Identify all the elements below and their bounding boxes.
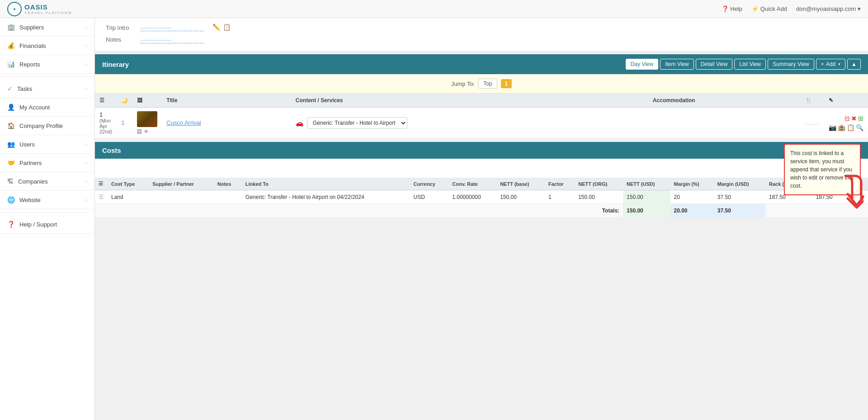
- logo-name: OASIS: [24, 3, 48, 11]
- sidebar-label-my-account: My Account: [19, 104, 50, 111]
- car-icon: 🚗: [296, 119, 303, 127]
- supplier-cell: [149, 190, 214, 204]
- margin-pct-cell: 20: [670, 190, 714, 204]
- my-account-icon: 👤: [7, 104, 15, 111]
- sidebar-item-tasks[interactable]: ✓ Tasks ›: [0, 80, 94, 98]
- col-margin-pct: Margin (%): [670, 178, 714, 190]
- remove-icon[interactable]: ✖: [851, 115, 857, 122]
- col-conv-rate: Conv. Rate: [448, 178, 496, 190]
- chevron-icon: ›: [85, 197, 87, 203]
- totals-nett-usd: 150.00: [623, 204, 670, 218]
- totals-label: Totals:: [602, 208, 619, 214]
- transfer-select[interactable]: Generic: Transfer - Hotel to Airport: [307, 117, 407, 129]
- help-support-icon: ❓: [7, 221, 15, 228]
- sidebar-item-company-profile[interactable]: 🏠 Company Profile: [0, 117, 94, 135]
- col-margin-usd: Margin (USD): [714, 178, 765, 190]
- col-food: 🍴: [801, 94, 824, 108]
- totals-margin-pct-value: 20.00: [674, 208, 688, 214]
- hotel-icon[interactable]: 🏨: [838, 124, 845, 131]
- col-nett-org: NETT (ORG): [575, 178, 623, 190]
- photo-icon[interactable]: 📷: [829, 124, 836, 131]
- notes-cell: [214, 190, 242, 204]
- reports-icon: 📊: [7, 61, 15, 68]
- notes-row: Notes .....................: [106, 36, 857, 43]
- list-icon[interactable]: 📋: [847, 124, 854, 131]
- sidebar-item-my-account[interactable]: 👤 My Account: [0, 98, 94, 117]
- accommodation-cell: [648, 108, 801, 138]
- col-night: 🌙: [117, 94, 132, 108]
- day-thumbnail: [137, 111, 157, 127]
- sidebar-label-website: Website: [19, 197, 41, 203]
- tab-list-view[interactable]: List View: [734, 59, 766, 70]
- logo-text-block: OASIS TRAVEL PLATFORM: [24, 3, 72, 15]
- cost-type-cell: Land: [108, 190, 149, 204]
- col-nett-usd: NETT (USD): [623, 178, 670, 190]
- partners-icon: 🤝: [7, 159, 15, 166]
- linked-to-cell: Generic: Transfer - Hotel to Airport on …: [242, 190, 410, 204]
- sidebar-divider: [0, 76, 94, 77]
- company-profile-icon: 🏠: [7, 122, 15, 129]
- sidebar-item-suppliers[interactable]: 🏢 Suppliers ›: [0, 18, 94, 37]
- user-email: don@myoasisapp.com: [796, 5, 856, 12]
- conv-rate-cell: 1.00000000: [448, 190, 496, 204]
- sidebar-item-users[interactable]: 👥 Users ›: [0, 135, 94, 154]
- delete-icon[interactable]: ⊟: [844, 115, 850, 122]
- sidebar-label-reports: Reports: [19, 61, 40, 68]
- day-date: (Mon Apr 22nd): [99, 118, 112, 134]
- thumbnail-cell: 🖼 👁: [132, 108, 162, 138]
- sidebar-label-suppliers: Suppliers: [19, 24, 44, 31]
- col-content-services: Content / Services: [291, 94, 648, 108]
- logo-subtitle: TRAVEL PLATFORM: [24, 11, 72, 15]
- itinerary-collapse-button[interactable]: ▲: [847, 59, 861, 70]
- itinerary-add-button[interactable]: + Add ▾: [816, 59, 845, 70]
- col-linked-to: Linked To: [242, 178, 410, 190]
- totals-label-cell: Totals:: [95, 204, 623, 218]
- itinerary-header: Itinerary Day View Item View Detail View…: [95, 54, 868, 74]
- moon-icon: 🌙: [121, 97, 128, 104]
- tab-item-view[interactable]: Item View: [660, 59, 693, 70]
- help-link[interactable]: ❓ Help: [722, 5, 742, 12]
- sidebar-item-help-support[interactable]: ❓ Help / Support: [0, 215, 94, 234]
- jump-top-button[interactable]: Top: [478, 79, 497, 89]
- sidebar-label-financials: Financials: [19, 42, 46, 49]
- sidebar-item-companies[interactable]: 🏗 Companies ›: [0, 172, 94, 191]
- topbar: ● OASIS TRAVEL PLATFORM ❓ Help ⚡ Quick A…: [0, 0, 868, 18]
- costs-button-row: History ▾ Add ▾: [95, 159, 868, 178]
- sidebar-item-reports[interactable]: 📊 Reports ›: [0, 55, 94, 74]
- trip-intro-value: .....................: [140, 24, 203, 31]
- col-nett-base: NETT (base): [496, 178, 545, 190]
- jump-page-1-button[interactable]: 1: [501, 79, 512, 88]
- row-actions-cell: ⊟ ✖ ⊞ 📷 🏨 📋 🔍: [824, 108, 868, 138]
- tab-summary-view[interactable]: Summary View: [768, 59, 814, 70]
- drag-handle-icon[interactable]: ☰: [99, 193, 104, 200]
- add-label: Add: [826, 61, 835, 67]
- quick-add-link[interactable]: ⚡ Quick Add: [751, 5, 787, 12]
- list-icon: ☰: [99, 97, 104, 104]
- day-title-link[interactable]: Cusco Arrival: [166, 119, 201, 126]
- search-icon[interactable]: 🔍: [856, 124, 863, 131]
- col-notes: Notes: [214, 178, 242, 190]
- sidebar-item-website[interactable]: 🌐 Website ›: [0, 191, 94, 209]
- chevron-icon: ›: [85, 61, 87, 67]
- col-title: Title: [162, 94, 291, 108]
- row-action-icons: ⊟ ✖ ⊞ 📷 🏨 📋 🔍: [829, 115, 863, 131]
- sidebar-label-tasks: Tasks: [17, 85, 32, 92]
- red-arrow-svg: [827, 174, 863, 210]
- dots-link[interactable]: ......: [805, 120, 820, 126]
- topbar-right: ❓ Help ⚡ Quick Add don@myoasisapp.com ▾: [722, 5, 861, 12]
- sidebar-item-partners[interactable]: 🤝 Partners ›: [0, 154, 94, 172]
- tab-detail-view[interactable]: Detail View: [696, 59, 733, 70]
- day-link[interactable]: 1: [121, 119, 124, 126]
- user-menu[interactable]: don@myoasisapp.com ▾: [796, 5, 861, 12]
- sidebar-item-financials[interactable]: 💰 Financials ›: [0, 37, 94, 55]
- financials-icon: 💰: [7, 42, 15, 49]
- help-label: Help: [730, 5, 742, 12]
- edit-icon[interactable]: ✏️: [212, 24, 220, 31]
- day-link-cell: 1: [117, 108, 132, 138]
- col-image: 🖼: [132, 94, 162, 108]
- image-add-icon[interactable]: 🖼: [137, 129, 142, 134]
- copy-icon[interactable]: 📋: [223, 24, 231, 31]
- tab-day-view[interactable]: Day View: [626, 59, 658, 70]
- add-icon[interactable]: ⊞: [858, 115, 863, 122]
- eye-icon[interactable]: 👁: [144, 129, 149, 134]
